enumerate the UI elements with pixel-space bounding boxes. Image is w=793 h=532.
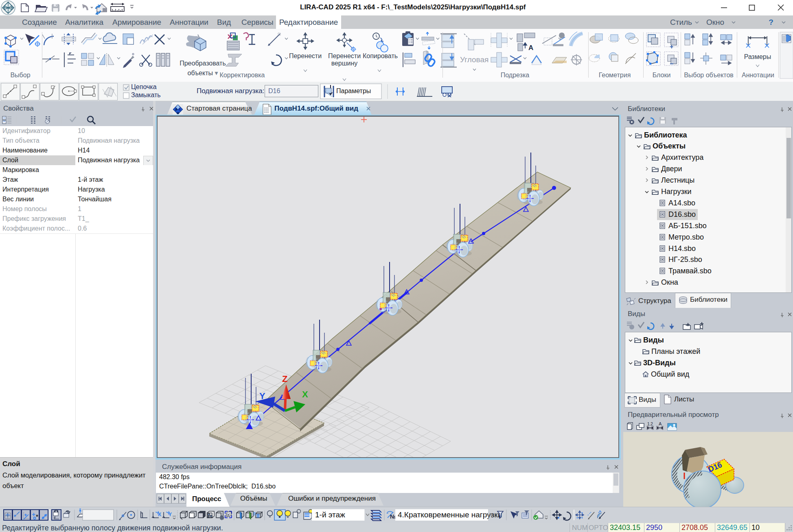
svg-text:X: X bbox=[302, 389, 308, 399]
svg-text:1-й этаж: 1-й этаж bbox=[315, 510, 345, 519]
svg-text:Z: Z bbox=[282, 374, 287, 384]
svg-text:1.2: 1.2 bbox=[647, 422, 653, 426]
svg-text:Y: Y bbox=[169, 512, 172, 517]
svg-text:Y: Y bbox=[259, 391, 265, 401]
svg-text:X: X bbox=[158, 512, 161, 517]
svg-text:A: A bbox=[659, 421, 662, 426]
svg-text:4.Кратковременные нагрузки: 4.Кратковременные нагрузки bbox=[398, 510, 502, 519]
